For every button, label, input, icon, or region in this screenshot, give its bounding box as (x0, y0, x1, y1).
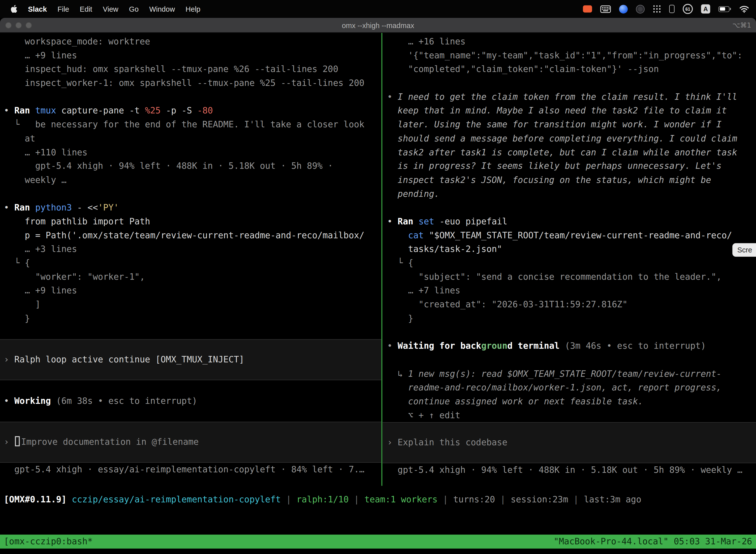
terminal-line: └ { (387, 256, 756, 270)
terminal-line: pending. (387, 187, 756, 201)
terminal-line: task2 after task1 is complete, but can I… (387, 146, 756, 159)
terminal-line: at (4, 131, 381, 146)
terminal-line: } (387, 312, 756, 325)
terminal-line: "created_at": "2026-03-31T11:59:27.816Z" (387, 297, 756, 312)
terminal-line: readme-and-reco/mailbox/worker-1.json, a… (387, 381, 756, 395)
terminal-line: '{"team_name":"my-team","task_id":"1","f… (387, 49, 756, 63)
close-button[interactable] (5, 22, 11, 28)
terminal-line: … +110 lines (4, 146, 381, 159)
menu-bar-left: Slack File Edit View Go Window Help (11, 5, 200, 13)
menu-window[interactable]: Window (149, 5, 175, 13)
utility-app-icon[interactable] (636, 4, 645, 13)
terminal-line: workspace_mode: worktree (4, 35, 381, 49)
terminal-line: • Ran python3 - <<'PY' (4, 201, 381, 215)
terminal-line: ↳ 1 new msg(s): read $OMX_TEAM_STATE_ROO… (387, 367, 756, 381)
input-source-icon[interactable]: A (701, 4, 710, 13)
terminal-line: gpt-5.4 xhigh · 94% left · 488K in · 5.1… (387, 463, 756, 477)
terminal-line: … +3 lines (4, 242, 381, 256)
terminal-line (4, 90, 381, 104)
terminal-line: gpt-5.4 xhigh · 94% left · 488K in · 5.1… (4, 159, 381, 173)
traffic-lights (5, 18, 32, 32)
terminal-line (4, 325, 381, 339)
terminal-line (387, 325, 756, 339)
right-composer[interactable]: › Explain this codebase (382, 422, 756, 463)
left-pane[interactable]: workspace_mode: worktree … +9 lines insp… (0, 33, 381, 486)
terminal-line (4, 187, 381, 201)
terminal-line (4, 408, 381, 422)
terminal-line: ] (4, 297, 381, 312)
terminal-line: • I need to get the claim token from the… (387, 90, 756, 104)
menu-bar-status-items: 61 A (583, 4, 749, 14)
terminal-line: gpt-5.4 xhigh · essay/ai-reimplementatio… (4, 462, 381, 476)
terminal-line: "completed","claim_token":"claim-token"}… (387, 62, 756, 76)
terminal-line: … +7 lines (387, 284, 756, 298)
menu-help[interactable]: Help (186, 5, 200, 13)
active-app-menu[interactable]: Slack (28, 5, 47, 13)
window-shortcut-hint: ⌥⌘1 (733, 21, 751, 29)
menu-bar: Slack File Edit View Go Window Help 61 A (0, 0, 756, 18)
terminal-line: is in progress? It seems likely but perh… (387, 159, 756, 173)
terminal-line: p = Path('.omx/state/team/review-current… (4, 229, 381, 242)
terminal-line: from pathlib import Path (4, 215, 381, 229)
right-composer-input[interactable]: › Explain this codebase (387, 436, 756, 450)
menu-edit[interactable]: Edit (80, 5, 92, 13)
left-statusline: gpt-5.4 xhigh · essay/ai-reimplementatio… (0, 462, 381, 476)
ralph-loop-banner: › Ralph loop active continue [OMX_TMUX_I… (0, 339, 381, 380)
left-working-stream: • Working (6m 38s • esc to interrupt) (0, 380, 381, 422)
battery-gauge-value: 61 (685, 6, 690, 11)
terminal-line: inspect task2's JSON, focusing on the st… (387, 173, 756, 187)
menu-view[interactable]: View (103, 5, 119, 13)
left-composer[interactable]: › Improve documentation in @filename (0, 422, 381, 463)
terminal-line: "subject": "send a concise recommendatio… (387, 270, 756, 284)
terminal-line: … +16 lines (387, 35, 756, 49)
zoom-button[interactable] (25, 22, 32, 28)
wifi-icon[interactable] (739, 5, 749, 13)
menu-go[interactable]: Go (129, 5, 139, 13)
terminal-line: tasks/task-2.json" (387, 242, 756, 256)
terminal-line: └ { (4, 256, 381, 270)
right-output-stream: … +16 lines '{"team_name":"my-team","tas… (382, 35, 756, 422)
keyboard-icon[interactable] (600, 5, 611, 13)
terminal-line (387, 76, 756, 90)
terminal-line: • Ran set -euo pipefail (387, 215, 756, 229)
apple-menu[interactable] (11, 5, 17, 13)
tmux-panes: workspace_mode: worktree … +9 lines insp… (0, 33, 756, 486)
browser-app-icon[interactable] (619, 4, 628, 13)
terminal-line: should send a message before completing … (387, 131, 756, 146)
window-title: omx --xhigh --madmax (342, 21, 414, 29)
terminal-window: omx --xhigh --madmax ⌥⌘1 workspace_mode:… (0, 18, 756, 554)
terminal-line: • Waiting for background terminal (3m 46… (387, 339, 756, 353)
notification-peek[interactable]: Scre (733, 243, 756, 257)
terminal-line: └ be necessary for the end of the README… (4, 118, 381, 132)
left-composer-input[interactable]: › Improve documentation in @filename (4, 435, 381, 449)
battery-icon[interactable] (718, 6, 731, 12)
terminal-line (4, 380, 381, 394)
terminal-line: continue assigned work or next feasible … (387, 395, 756, 408)
right-pane[interactable]: … +16 lines '{"team_name":"my-team","tas… (382, 33, 756, 486)
minimize-button[interactable] (15, 22, 21, 28)
terminal-line: … +9 lines (4, 284, 381, 298)
tmux-session-window-label[interactable]: [omx-cczip0:bash* (4, 535, 93, 549)
device-icon[interactable] (669, 5, 674, 13)
terminal-line: cat "$OMX_TEAM_STATE_ROOT/team/review-cu… (387, 229, 756, 242)
tmux-status-bar: [omx-cczip0:bash* "MacBook-Pro-44.local"… (0, 535, 756, 549)
terminal-line (387, 353, 756, 367)
terminal-line: } (4, 312, 381, 325)
window-titlebar[interactable]: omx --xhigh --madmax ⌥⌘1 (0, 18, 756, 33)
menu-file[interactable]: File (58, 5, 69, 13)
terminal-line: later. Using the same for transition mig… (387, 118, 756, 132)
terminal-line: inspect_hud: omx sparkshell --tmux-pane … (4, 62, 381, 76)
terminal-line: • Ran tmux capture-pane -t %25 -p -S -80 (4, 104, 381, 118)
omx-session-statusline: [OMX#0.11.9] cczip/essay/ai-reimplementa… (0, 486, 756, 506)
terminal-line: weekly … (4, 173, 381, 187)
dots-grid-icon[interactable] (653, 5, 661, 13)
apple-icon (11, 5, 17, 13)
terminal-line: ⌥ + ↑ edit (387, 408, 756, 423)
ralph-loop-line: › Ralph loop active continue [OMX_TMUX_I… (4, 353, 381, 367)
screen-recording-indicator[interactable] (583, 5, 592, 12)
battery-gauge-icon[interactable]: 61 (683, 4, 693, 14)
left-output-stream: workspace_mode: worktree … +9 lines insp… (0, 35, 381, 339)
terminal-line (387, 201, 756, 215)
terminal-line: inspect_worker-1: omx sparkshell --tmux-… (4, 76, 381, 90)
terminal-line: keep that in mind. Maybe I also need the… (387, 104, 756, 118)
